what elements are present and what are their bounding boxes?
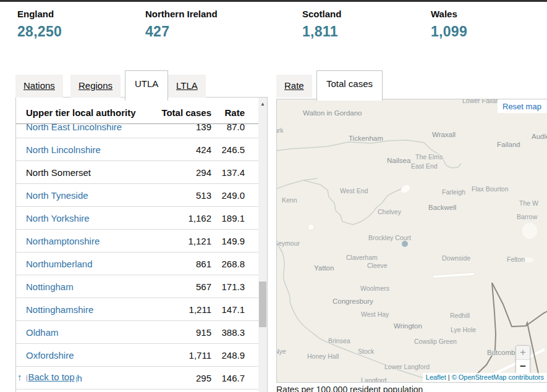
table-row[interactable]: Nottinghamshire 1,211 147.1 [16,298,258,321]
authority-link[interactable]: North Yorkshire [26,213,90,223]
authority-link[interactable]: Northumberland [26,259,93,269]
total-cases-value: 139 [196,124,211,132]
total-cases-value: 861 [196,259,211,269]
column-header-total-cases: Total cases [161,107,211,118]
column-header-rate: Rate [224,107,245,118]
place-marker-dot [402,241,408,247]
authority-link[interactable]: Oldham [26,327,59,338]
authority-link[interactable]: Northamptonshire [26,236,100,246]
map-place-label: Stock [358,348,374,355]
total-cases-value: 915 [196,327,211,338]
stat-nation-value: 427 [145,23,263,40]
authority-link[interactable]: North Tyneside [26,190,88,201]
tab-label[interactable]: LTLA [176,80,198,91]
map-place-label: Brinsea [328,337,350,344]
attribution-separator: | [448,373,450,381]
total-cases-value: 1,162 [188,213,211,223]
back-to-top-label[interactable]: Back to top [28,372,75,382]
map-place-label: Barrow [517,213,537,220]
map-place-label: Wraxall [432,131,456,138]
tab-label[interactable]: Regions [78,80,112,91]
leaflet-link[interactable]: Leaflet [426,373,446,381]
authority-link[interactable]: North Lincolnshire [26,144,101,155]
total-cases-value: 1,711 [189,350,211,361]
tab-label[interactable]: Total cases [326,78,373,89]
map-place-label: Audley R [532,133,547,140]
scrollbar-up-arrow-icon[interactable]: ▲ [258,101,267,107]
stat-nation-label: England [17,9,135,19]
total-cases-value: 295 [196,373,211,383]
zoom-in-button[interactable]: + [516,346,530,360]
map-place-label: East End [411,162,438,170]
table-row[interactable]: North Yorkshire 1,162 189.1 [16,207,258,230]
table-row[interactable]: North Lincolnshire 424 246.5 [16,138,258,161]
openstreetmap-link[interactable]: © OpenStreetMap contributors [452,373,544,381]
map-place-label: Felton [507,256,525,263]
back-to-top-link[interactable]: ↑Back to top [17,372,75,382]
tab-label[interactable]: Nations [23,80,55,91]
table-row[interactable]: Northumberland 861 268.8 [16,252,258,275]
stat-block: Northern Ireland 427 [145,9,263,40]
table-row[interactable]: North Tyneside 513 249.0 [16,184,258,207]
stat-nation-label: Wales [431,9,547,19]
scrollbar-thumb[interactable] [259,281,266,327]
stat-nation-value: 28,250 [17,23,135,40]
reset-map-link[interactable]: Reset map [498,99,547,113]
stat-nation-label: Northern Ireland [145,9,263,19]
map-place-label: Woolmers [360,285,389,292]
stat-block: Scotland 1,811 [302,9,420,40]
map-attribution: Leaflet|© OpenStreetMap contributors [423,373,547,382]
authority-link[interactable]: North East Lincolnshire [26,124,122,132]
map-place-label: Cowslip Green [414,338,457,345]
tab-area-type[interactable]: LTLA [168,75,206,98]
total-cases-value: 1,121 [188,236,211,246]
authority-link[interactable]: Oxfordshire [26,350,74,361]
rate-value: 189.1 [221,213,245,223]
table-header: Upper tier local authority Total cases R… [16,98,258,124]
rate-value: 87.0 [227,124,245,132]
tab-area-type[interactable]: Nations [15,75,63,98]
zoom-out-button[interactable]: − [516,360,530,374]
map-place-label: Redhill [450,312,470,319]
table-scroll-viewport[interactable]: North East Lincolnshire 139 87.0 North L… [16,124,258,392]
rates-footnote: Rates per 100,000 resident population [276,385,423,392]
leaflet-map[interactable]: Lower Failand Walton in Gordano ark Tick… [276,99,547,383]
map-place-label: The Elms [415,153,443,161]
rate-value: 246.5 [221,144,245,155]
map-place-label: Chelvey [378,208,401,215]
rate-value: 147.1 [221,304,245,315]
table-rows: North East Lincolnshire 139 87.0 North L… [16,124,258,390]
tab-map-metric[interactable]: Rate [276,75,312,98]
tab-area-type[interactable]: UTLA [125,70,168,101]
tab-label[interactable]: UTLA [135,78,158,89]
map-place-label: Langford [361,377,386,383]
table-row[interactable]: Nottingham 567 171.3 [16,275,258,298]
tab-area-type[interactable]: Regions [70,75,121,98]
top-border [0,0,547,2]
map-place-label: Backwell [428,204,456,211]
total-cases-value: 513 [196,190,211,201]
rate-value: 149.9 [221,236,245,246]
map-place-label: Brockley Court [368,234,411,241]
table-scrollbar[interactable]: ▲ [258,98,267,392]
tab-map-metric[interactable]: Total cases [316,70,383,101]
table-row[interactable]: Oldham 915 388.3 [16,321,258,344]
map-place-label: Seymour [276,240,300,247]
map-place-label: Flax Bourton [472,185,509,193]
stat-nation-label: Scotland [302,9,420,19]
table-row[interactable]: Northamptonshire 1,121 149.9 [16,230,258,252]
table-row[interactable]: North Somerset 294 137.4 [16,161,258,184]
tab-label[interactable]: Rate [284,80,304,91]
map-place-label: Failand [497,141,520,148]
authority-link[interactable]: North Somerset [26,167,91,178]
table-row[interactable]: North East Lincolnshire 139 87.0 [16,124,258,138]
authority-link[interactable]: Nottinghamshire [26,304,93,315]
authority-link[interactable]: Nottingham [26,281,74,292]
table-row[interactable]: Oxfordshire 1,711 248.9 [16,344,258,367]
map-place-label: Congresbury [333,298,373,305]
map-place-label: Cleeve [367,262,388,269]
rate-value: 171.3 [221,281,245,292]
rate-value: 268.8 [221,259,245,269]
stat-nation-value: 1,099 [431,23,547,40]
rate-value: 146.7 [221,373,245,383]
